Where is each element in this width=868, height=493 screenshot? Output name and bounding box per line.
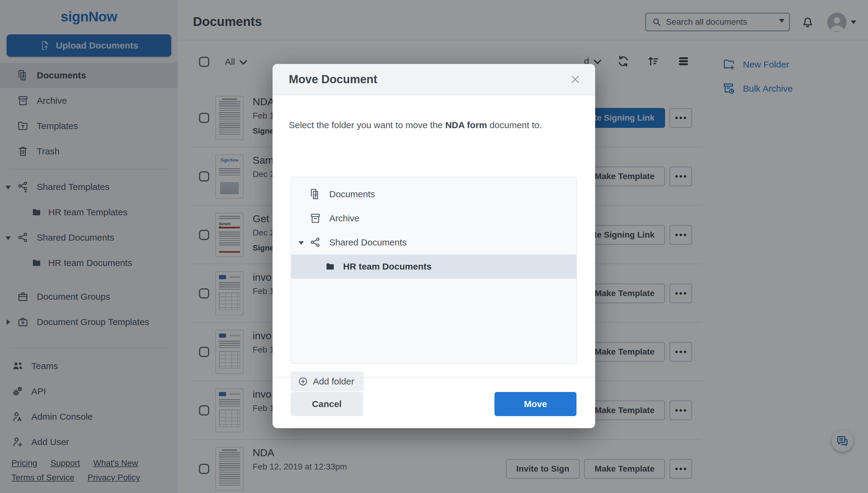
- app-window: signNow Upload Documents Docume: [0, 0, 868, 493]
- folder-option-label: Documents: [329, 189, 375, 199]
- archive-icon: [309, 212, 321, 224]
- modal-body: Select the folder you want to move the N…: [273, 95, 595, 377]
- modal-description: Select the folder you want to move the N…: [289, 120, 542, 130]
- move-document-modal: Move Document Select the folder you want…: [273, 64, 595, 428]
- move-button[interactable]: Move: [495, 392, 577, 416]
- cancel-button[interactable]: Cancel: [291, 392, 363, 416]
- share-icon: [309, 236, 321, 249]
- folder-option-archive[interactable]: Archive: [291, 206, 577, 230]
- modal-header: Move Document: [273, 64, 595, 95]
- folder-icon: [325, 261, 335, 272]
- folder-option-shared-documents[interactable]: Shared Documents: [291, 230, 577, 255]
- modal-title: Move Document: [289, 73, 570, 86]
- modal-footer: Cancel Move: [273, 377, 595, 428]
- folder-option-label: Archive: [329, 213, 360, 223]
- folder-option-documents[interactable]: Documents: [291, 182, 577, 206]
- document-name: NDA form: [445, 120, 487, 130]
- folder-option-label: HR team Documents: [343, 261, 431, 272]
- close-icon[interactable]: [570, 74, 581, 85]
- documents-icon: [309, 188, 321, 200]
- folder-option-label: Shared Documents: [329, 237, 407, 248]
- folder-option-hr-team-documents[interactable]: HR team Documents: [291, 255, 577, 279]
- folder-tree-panel: Documents Archive: [291, 177, 577, 364]
- chevron-down-icon[interactable]: [299, 241, 304, 248]
